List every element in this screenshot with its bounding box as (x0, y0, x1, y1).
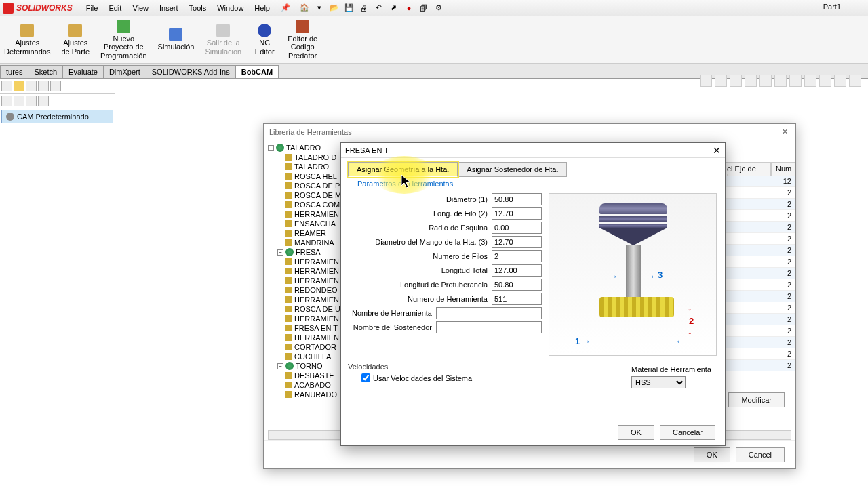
menu-edit[interactable]: Edit (103, 2, 127, 14)
zoom-fit-icon[interactable] (715, 75, 727, 87)
tree-item[interactable]: CORTADOR (285, 342, 342, 352)
tree-item[interactable]: HERRAMIEN (285, 257, 342, 266)
collapse-icon[interactable]: − (268, 145, 274, 151)
usar-velocidades-checkbox[interactable] (361, 373, 370, 382)
select-icon[interactable]: ⬈ (388, 2, 400, 14)
tab-sketch[interactable]: Sketch (28, 65, 63, 78)
display-icon[interactable] (760, 75, 772, 87)
dialog-titlebar[interactable]: FRESA EN T ✕ (341, 143, 725, 158)
home-icon[interactable]: 🏠 (298, 2, 311, 14)
new-icon[interactable]: ▾ (313, 2, 326, 14)
tree-item[interactable]: HERRAMIEN (285, 276, 342, 285)
tab-evaluate[interactable]: Evaluate (62, 65, 104, 78)
input-num-herr[interactable] (492, 293, 542, 305)
view-icon[interactable] (849, 75, 861, 87)
lp-icon[interactable] (26, 96, 37, 106)
modify-button[interactable]: Modificar (728, 392, 785, 407)
tree-item[interactable]: REDONDEO (285, 285, 342, 295)
menu-insert[interactable]: Insert (154, 2, 184, 14)
tree-item[interactable]: HERRAMIEN (285, 266, 342, 276)
options-icon[interactable]: 🗐 (418, 2, 430, 14)
tab-assign-holder[interactable]: Asignar Sostenedor de Hta. (458, 162, 567, 177)
scene-icon[interactable] (819, 75, 831, 87)
tab-addins[interactable]: SOLIDWORKS Add-Ins (146, 65, 236, 78)
lp-icon[interactable] (38, 81, 49, 92)
tree-torno[interactable]: − TORNO (277, 361, 342, 371)
lp-icon[interactable] (38, 96, 49, 106)
tool-ok-button[interactable]: OK (618, 425, 654, 440)
lp-icon[interactable] (1, 96, 12, 106)
input-nombre-herr[interactable] (436, 307, 542, 319)
save-icon[interactable]: 💾 (343, 2, 355, 14)
table-row[interactable]: 2 (722, 314, 795, 325)
table-row[interactable]: 2 (722, 210, 795, 222)
tree-item[interactable]: TALADRO D (285, 152, 342, 162)
tree-item[interactable]: HERRAMIEN (285, 314, 342, 323)
cam-root-item[interactable]: CAM Predeterminado (1, 110, 113, 123)
table-row[interactable]: 2 (722, 268, 795, 279)
tree-fresa[interactable]: − FRESA (277, 247, 342, 257)
table-row[interactable]: 2 (722, 233, 795, 245)
table-row[interactable]: 2 (722, 256, 795, 268)
lp-icon[interactable] (14, 96, 24, 106)
appearance-icon[interactable] (804, 75, 816, 87)
tree-item[interactable]: HERRAMIEN (285, 333, 342, 342)
table-row[interactable]: 2 (722, 222, 795, 233)
ribbon-predator[interactable]: Editor de Codigo Predator (283, 18, 321, 60)
table-row[interactable]: 2 (722, 337, 795, 348)
tab-assign-geometry[interactable]: Asignar Geometría a la Hta. (348, 162, 458, 177)
pin-icon[interactable]: 📌 (281, 3, 290, 12)
tree-item[interactable]: DESBASTE (285, 371, 342, 380)
rebuild-icon[interactable]: ● (403, 2, 415, 14)
tree-item[interactable]: HERRAMIEN (285, 209, 342, 219)
view-icon[interactable] (834, 75, 846, 87)
tree-item[interactable]: ROSCA HEL (285, 171, 342, 181)
tree-item[interactable]: RANURADO (285, 390, 342, 399)
tool-cancel-button[interactable]: Cancelar (660, 425, 715, 440)
table-row[interactable]: 2 (722, 245, 795, 256)
table-row[interactable]: 2 (722, 348, 795, 360)
input-long-filo[interactable] (492, 207, 542, 220)
tree-item[interactable]: CUCHILLA (285, 352, 342, 361)
open-icon[interactable]: 📂 (328, 2, 340, 14)
close-icon[interactable]: ✕ (779, 127, 790, 138)
table-row[interactable]: 2 (722, 279, 795, 291)
input-diametro[interactable] (492, 193, 542, 205)
lp-icon[interactable] (26, 81, 37, 92)
ribbon-nuevo-proyecto[interactable]: Nuevo Proyecto de Programación (96, 18, 151, 60)
ribbon-nc-editor[interactable]: NC Editor (248, 22, 281, 56)
tree-item[interactable]: HERRAMIEN (285, 295, 342, 304)
tree-item[interactable]: FRESA EN T (285, 323, 342, 333)
input-filos[interactable] (492, 250, 542, 262)
dialog-titlebar[interactable]: Librería de Herramientas ✕ (264, 124, 795, 140)
menu-tools[interactable]: Tools (184, 2, 212, 14)
library-cancel-button[interactable]: Cancel (736, 447, 785, 462)
view-icon[interactable] (789, 75, 802, 87)
tree-item[interactable]: ACABADO (285, 380, 342, 390)
input-radio[interactable] (492, 222, 542, 234)
menu-view[interactable]: View (127, 2, 154, 14)
table-row[interactable]: 2 (722, 291, 795, 302)
view-icon[interactable] (730, 75, 742, 87)
material-select[interactable]: HSS (631, 376, 686, 388)
ribbon-simulacion[interactable]: Simulación (154, 26, 199, 52)
section-icon[interactable] (745, 75, 757, 87)
tree-item[interactable]: ROSCA DE U (285, 304, 342, 314)
tab-bobcam[interactable]: BobCAM (235, 65, 279, 78)
input-mango[interactable] (492, 236, 542, 248)
collapse-icon[interactable]: − (277, 363, 283, 369)
ribbon-ajustes-pred[interactable]: Ajustes Determinados (0, 22, 54, 56)
tree-item[interactable]: TALADRO (285, 162, 342, 171)
menu-window[interactable]: Window (212, 2, 249, 14)
menu-file[interactable]: File (81, 2, 104, 14)
print-icon[interactable]: 🖨 (358, 2, 370, 14)
tree-item[interactable]: ROSCA DE P (285, 181, 342, 190)
tab-dimxpert[interactable]: DimXpert (103, 65, 146, 78)
view-icon[interactable] (774, 75, 787, 87)
tree-item[interactable]: REAMER (285, 228, 342, 238)
input-nombre-sost[interactable] (436, 321, 542, 333)
settings-icon[interactable]: ⚙ (433, 2, 445, 14)
lp-icon[interactable] (14, 81, 24, 92)
table-row[interactable]: 2 (722, 187, 795, 199)
tree-item[interactable]: ROSCA COM (285, 200, 342, 209)
